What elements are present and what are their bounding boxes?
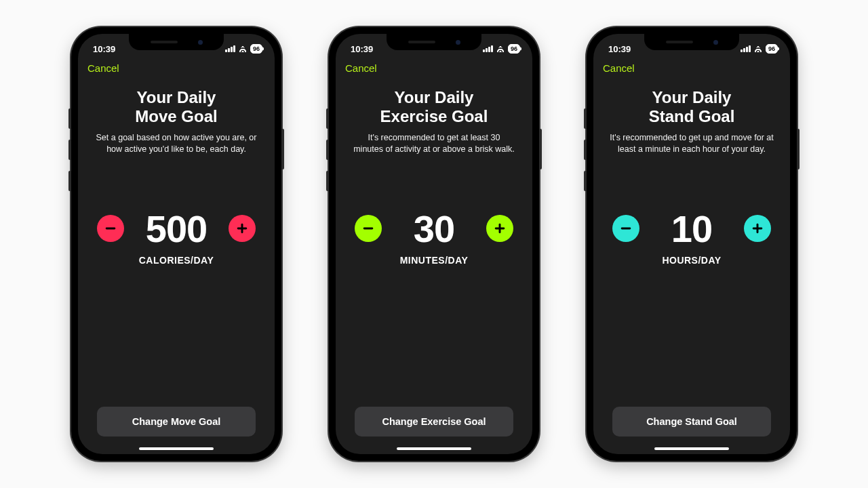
cellular-icon [483, 45, 493, 52]
goal-stepper: 30 [348, 207, 520, 251]
home-indicator[interactable] [397, 447, 471, 450]
notch [387, 34, 481, 50]
notch [644, 34, 739, 50]
content: Your Daily Move Goal Set a goal based on… [78, 75, 275, 454]
page-title: Your Daily Move Goal [90, 88, 262, 125]
minus-icon [619, 222, 633, 235]
phone-mockup: 10:39 96 Cancel Your Daily Move Goal Set… [71, 27, 281, 461]
status-time: 10:39 [93, 44, 115, 54]
plus-icon [235, 222, 249, 235]
battery-icon: 96 [766, 44, 778, 54]
minus-icon [361, 222, 375, 235]
change-goal-button[interactable]: Change Stand Goal [612, 407, 771, 436]
front-camera [198, 40, 203, 45]
goal-unit: CALORIES/DAY [90, 255, 262, 266]
status-time: 10:39 [351, 44, 373, 54]
speaker-grille [151, 41, 178, 43]
wifi-icon [238, 45, 248, 52]
cellular-icon [741, 45, 751, 52]
increment-button[interactable] [744, 215, 771, 242]
cancel-button[interactable]: Cancel [345, 62, 377, 74]
content: Your Daily Exercise Goal It's recommende… [336, 75, 532, 454]
nav-bar: Cancel [78, 61, 275, 75]
page-title: Your Daily Exercise Goal [348, 88, 520, 125]
status-time: 10:39 [608, 44, 631, 54]
content: Your Daily Stand Goal It's recommended t… [593, 75, 790, 454]
increment-button[interactable] [229, 215, 256, 242]
nav-bar: Cancel [336, 61, 532, 75]
page-subtitle: It's recommended to get at least 30 minu… [348, 132, 520, 155]
cancel-button[interactable]: Cancel [87, 62, 119, 74]
goal-unit: HOURS/DAY [606, 255, 778, 266]
notch [129, 34, 224, 50]
plus-icon [751, 222, 764, 235]
goal-value: 500 [139, 207, 214, 251]
minus-icon [104, 222, 117, 235]
page-subtitle: It's recommended to get up and move for … [606, 132, 778, 155]
status-right: 96 [483, 44, 520, 54]
page-title: Your Daily Stand Goal [606, 88, 778, 125]
plus-icon [493, 222, 507, 235]
speaker-grille [408, 41, 435, 43]
screen: 10:39 96 Cancel Your Daily Move Goal Set… [78, 34, 275, 454]
screen: 10:39 96 Cancel Your Daily Stand Goal It… [593, 34, 790, 454]
change-goal-button[interactable]: Change Exercise Goal [355, 407, 513, 436]
status-right: 96 [741, 44, 778, 54]
front-camera [456, 40, 460, 45]
home-indicator[interactable] [139, 447, 214, 450]
screen: 10:39 96 Cancel Your Daily Exercise Goal… [336, 34, 532, 454]
goal-value: 10 [654, 207, 729, 251]
decrement-button[interactable] [97, 215, 124, 242]
change-goal-button[interactable]: Change Move Goal [97, 407, 256, 436]
wifi-icon [753, 45, 763, 52]
battery-icon: 96 [508, 44, 520, 54]
battery-icon: 96 [250, 44, 262, 54]
speaker-grille [666, 41, 693, 43]
front-camera [713, 40, 718, 45]
decrement-button[interactable] [355, 215, 382, 242]
home-indicator[interactable] [654, 447, 729, 450]
cancel-button[interactable]: Cancel [603, 62, 635, 74]
status-right: 96 [225, 44, 262, 54]
decrement-button[interactable] [612, 215, 639, 242]
page-subtitle: Set a goal based on how active you are, … [90, 132, 262, 155]
goal-value: 30 [397, 207, 471, 251]
increment-button[interactable] [486, 215, 513, 242]
phone-mockup: 10:39 96 Cancel Your Daily Exercise Goal… [329, 27, 539, 461]
nav-bar: Cancel [593, 61, 790, 75]
goal-stepper: 500 [90, 207, 262, 251]
cellular-icon [225, 45, 235, 52]
goal-unit: MINUTES/DAY [348, 255, 520, 266]
wifi-icon [496, 45, 505, 52]
goal-stepper: 10 [606, 207, 778, 251]
phone-mockup: 10:39 96 Cancel Your Daily Stand Goal It… [587, 27, 797, 461]
